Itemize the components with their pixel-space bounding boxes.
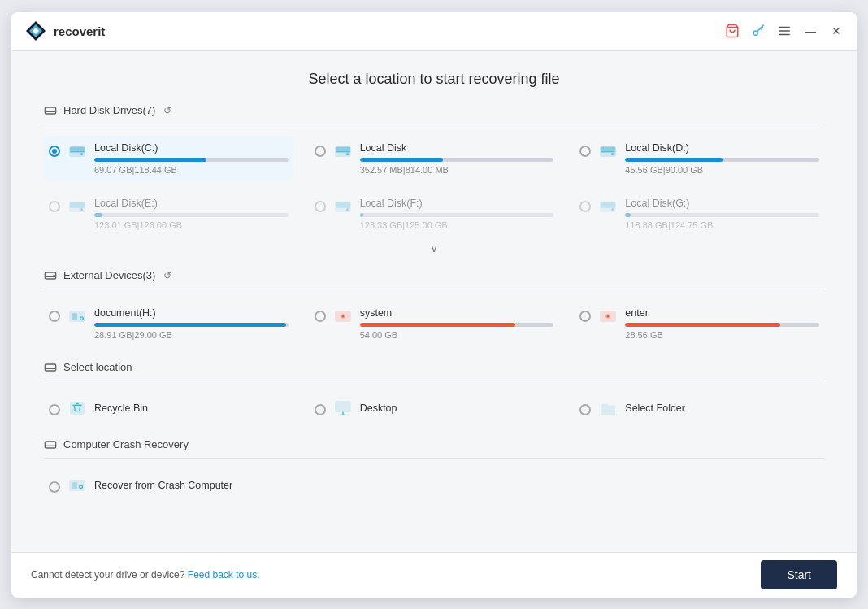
progress-bg-c — [94, 158, 289, 162]
svg-rect-32 — [601, 202, 615, 207]
drive-item-c[interactable]: Local Disk(C:) 69.07 GB|118.44 GB — [44, 136, 293, 181]
drive-item-enter[interactable]: enter 28.56 GB — [575, 301, 824, 346]
progress-bg-g — [625, 213, 819, 217]
crash-recovery-grid: Recover from Crash Computer — [44, 470, 824, 501]
expand-button[interactable]: ∨ — [430, 241, 438, 254]
drive-item-d[interactable]: Local Disk(D:) 45.56 GB|90.00 GB — [575, 136, 824, 181]
select-folder-label: Select Folder — [625, 402, 685, 414]
drive-size-f: 123.33 GB|125.00 GB — [360, 220, 554, 230]
radio-noletter[interactable] — [315, 146, 326, 157]
hard-disk-refresh[interactable]: ↺ — [163, 105, 171, 116]
external-refresh[interactable]: ↺ — [163, 270, 171, 281]
radio-h[interactable] — [49, 311, 60, 322]
radio-e[interactable] — [49, 201, 60, 212]
radio-recycle[interactable] — [49, 404, 60, 415]
footer: Cannot detect your drive or device? Feed… — [11, 552, 857, 598]
recycle-bin-item[interactable]: Recycle Bin — [44, 393, 293, 424]
radio-desktop[interactable] — [315, 404, 326, 415]
svg-rect-12 — [70, 146, 85, 151]
svg-point-25 — [80, 208, 83, 211]
select-location-header: Select location — [44, 361, 824, 381]
drive-info-system: system 54.00 GB — [360, 307, 554, 340]
drive-item-e[interactable]: Local Disk(E:) 123.01 GB|126.00 GB — [44, 191, 293, 237]
logo-area: recoverit — [24, 20, 725, 42]
drive-info-e: Local Disk(E:) 123.01 GB|126.00 GB — [94, 198, 289, 230]
crash-recovery-header: Computer Crash Recovery — [44, 438, 824, 459]
menu-icon[interactable] — [777, 24, 792, 38]
start-button[interactable]: Start — [761, 560, 837, 589]
drive-item-system[interactable]: system 54.00 GB — [310, 301, 559, 346]
svg-rect-24 — [70, 202, 85, 207]
recycle-bin-label: Recycle Bin — [94, 402, 148, 414]
drive-size-c: 69.07 GB|118.44 GB — [94, 165, 289, 175]
external-section-icon — [44, 269, 57, 282]
select-location-section: Select location Recycle Bin — [44, 361, 824, 424]
drive-item-h[interactable]: document(H:) 28.91 GB|29.00 GB — [44, 301, 293, 346]
app-name: recoverit — [54, 24, 105, 38]
progress-fill-system — [360, 323, 515, 327]
radio-enter[interactable] — [579, 311, 591, 322]
svg-point-4 — [753, 31, 757, 35]
drive-size-e: 123.01 GB|126.00 GB — [94, 220, 289, 230]
svg-rect-47 — [45, 364, 55, 371]
feedback-link[interactable]: Feed back to us. — [188, 569, 260, 581]
svg-point-46 — [607, 315, 610, 317]
progress-fill-c — [94, 158, 206, 162]
svg-point-43 — [341, 315, 344, 317]
progress-fill-d — [625, 158, 722, 162]
drive-icon-c — [68, 142, 86, 160]
minimize-button[interactable]: — — [803, 24, 818, 38]
drive-info-enter: enter 28.56 GB — [625, 307, 819, 340]
progress-bg-h — [94, 323, 289, 327]
drive-icon-d — [599, 142, 617, 160]
drive-item-f[interactable]: Local Disk(F:) 123.33 GB|125.00 GB — [310, 191, 559, 237]
progress-fill-f — [360, 213, 364, 217]
drive-item-noletter[interactable]: Local Disk 352.57 MB|814.00 MB — [310, 136, 559, 181]
select-location-section-icon — [44, 361, 57, 374]
radio-d[interactable] — [579, 146, 591, 157]
progress-fill-noletter — [360, 158, 444, 162]
drive-item-g[interactable]: Local Disk(G:) 118.88 GB|124.75 GB — [575, 191, 824, 237]
crash-recovery-label: Computer Crash Recovery — [63, 438, 189, 450]
svg-point-36 — [54, 275, 54, 276]
folder-icon — [599, 399, 617, 417]
progress-bg-e — [94, 213, 289, 217]
footer-message: Cannot detect your drive or device? Feed… — [31, 569, 260, 581]
drive-icon-e — [68, 198, 86, 215]
hard-disk-header: Hard Disk Drives(7) ↺ — [44, 104, 824, 124]
radio-crash[interactable] — [49, 481, 60, 493]
progress-fill-e — [94, 213, 102, 217]
drive-name-noletter: Local Disk — [360, 142, 554, 154]
radio-c[interactable] — [49, 146, 60, 157]
svg-rect-57 — [72, 482, 77, 489]
drive-name-system: system — [360, 307, 554, 319]
drive-size-h: 28.91 GB|29.00 GB — [94, 330, 289, 340]
location-grid: Recycle Bin Desktop — [44, 393, 824, 424]
svg-point-21 — [611, 153, 614, 155]
external-grid: document(H:) 28.91 GB|29.00 GB — [44, 301, 824, 346]
desktop-item[interactable]: Desktop — [310, 393, 559, 424]
progress-fill-enter — [625, 323, 780, 327]
key-icon[interactable] — [751, 24, 766, 38]
app-window: recoverit — [11, 12, 857, 598]
radio-folder[interactable] — [579, 404, 591, 415]
svg-rect-16 — [335, 146, 349, 151]
radio-g[interactable] — [579, 201, 591, 212]
drive-name-h: document(H:) — [94, 307, 289, 319]
hard-disk-section: Hard Disk Drives(7) ↺ Local Disk(C:) — [44, 104, 824, 254]
close-button[interactable]: ✕ — [829, 24, 844, 38]
logo-icon — [24, 20, 47, 42]
radio-system[interactable] — [315, 311, 326, 322]
radio-f[interactable] — [315, 201, 326, 212]
select-folder-item[interactable]: Select Folder — [575, 393, 824, 424]
crash-computer-item[interactable]: Recover from Crash Computer — [44, 470, 293, 501]
drive-size-enter: 28.56 GB — [625, 330, 819, 340]
progress-bg-enter — [625, 323, 819, 327]
drive-name-enter: enter — [625, 307, 819, 319]
svg-rect-51 — [335, 401, 349, 411]
drive-icon-g — [599, 198, 617, 215]
cart-icon[interactable] — [725, 24, 740, 38]
drive-icon-h — [68, 307, 86, 325]
hard-disk-grid: Local Disk(C:) 69.07 GB|118.44 GB — [44, 136, 824, 237]
recycle-bin-icon — [68, 399, 86, 417]
